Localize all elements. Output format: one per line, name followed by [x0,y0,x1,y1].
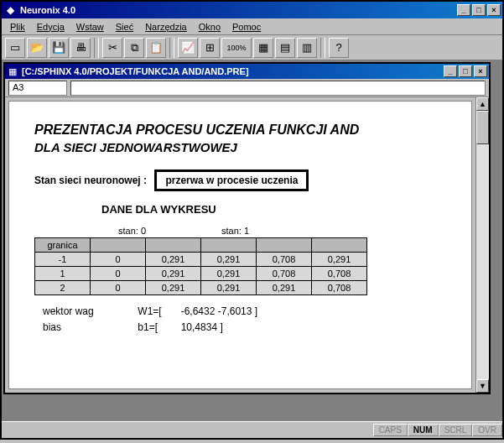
workspace: ▦ [C:/SPHINX 4.0/PROJEKT/FUNKCJA AND/AND… [2,60,502,421]
cell: 0,708 [257,253,312,267]
menu-okno[interactable]: Okno [194,20,226,34]
titlebar: ◆ Neuronix 4.0 _ □ × [2,2,502,18]
cell: 2 [35,281,91,295]
document-titlebar: ▦ [C:/SPHINX 4.0/PROJEKT/FUNKCJA AND/AND… [5,64,489,79]
cell: 0,291 [146,267,201,281]
minimize-button[interactable]: _ [457,4,470,16]
weight-name: W1=[ [138,304,178,320]
toolbar-separator [94,38,99,58]
app-title: Neuronix 4.0 [17,5,457,15]
network-icon[interactable]: ⊞ [200,38,220,58]
table-row: -1 0 0,291 0,291 0,708 0,291 [35,253,367,267]
toolbar-separator [320,38,325,58]
copy-icon[interactable]: ⧉ [124,38,144,58]
toolbar-separator [169,38,174,58]
doc-close-button[interactable]: × [474,65,487,77]
document-icon: ▦ [7,65,18,77]
document-title: [C:/SPHINX 4.0/PROJEKT/FUNKCJA AND/AND.P… [18,66,444,76]
cell: 0,291 [201,281,257,295]
table-header: granica [35,238,91,253]
cell: 0,291 [201,267,257,281]
subheading: DANE DLA WYKRESU [101,203,455,216]
menubar: Plik Edycja Wstaw Sieć Narzędzia Okno Po… [2,18,502,35]
cell: 0,291 [312,253,367,267]
vectors: wektor wag W1=[ -6,6432 -7,6013 ] bias b… [43,304,455,336]
cell: 0,708 [257,267,312,281]
doc-minimize-button[interactable]: _ [444,65,457,77]
paste-icon[interactable]: 📋 [146,38,166,58]
scroll-track[interactable] [476,111,489,379]
cell: 0 [91,253,146,267]
table-header [146,238,201,253]
vertical-scrollbar[interactable]: ▲ ▼ [475,97,489,393]
weight-values: -6,6432 -7,6013 ] [181,305,257,317]
new-icon[interactable]: ▭ [5,38,25,58]
zoom-icon[interactable]: 100% [221,38,252,58]
menu-edycja[interactable]: Edycja [32,20,70,34]
cell: 0,291 [146,253,201,267]
bias-label: bias [43,320,135,336]
document-window: ▦ [C:/SPHINX 4.0/PROJEKT/FUNKCJA AND/AND… [3,62,491,394]
table-row: 2 0 0,291 0,291 0,291 0,708 [35,281,367,295]
grid-icon[interactable]: ▦ [253,38,273,58]
col-label-1: stan: 1 [221,226,249,236]
cell: 0,291 [257,281,312,295]
status-caps: CAPS [373,424,408,436]
menu-wstaw[interactable]: Wstaw [71,20,109,34]
cell: 0,708 [312,281,367,295]
menu-plik[interactable]: Plik [5,20,30,34]
heading-line2: DLA SIECI JEDNOWARSTWOWEJ [34,140,455,154]
cell-reference[interactable]: A3 [8,81,67,96]
table-header [201,238,257,253]
cell: 1 [35,267,91,281]
tool1-icon[interactable]: ▤ [275,38,295,58]
toolbar: ▭ 📂 💾 🖶 ✂ ⧉ 📋 📈 ⊞ 100% ▦ ▤ ▥ ? [2,35,502,60]
maximize-button[interactable]: □ [472,4,486,16]
doc-maximize-button[interactable]: □ [459,65,472,77]
data-table: granica -1 0 0,291 0,291 0,70 [34,237,367,295]
cell: 0 [91,281,146,295]
print-icon[interactable]: 🖶 [70,38,91,58]
table-header [257,238,312,253]
table-header [91,238,146,253]
status-label: Stan sieci neuronowej : [34,175,147,186]
app-icon: ◆ [3,3,17,17]
save-icon[interactable]: 💾 [49,38,69,58]
report-page: PREZENTACJA PROCESU UCZENIA FUNKCJI AND … [8,101,472,389]
chart-icon[interactable]: 📈 [178,38,198,58]
column-labels: stan: 0 stan: 1 [118,226,455,236]
heading-line1: PREZENTACJA PROCESU UCZENIA FUNKCJI AND [34,122,455,138]
menu-narzedzia[interactable]: Narzędzia [140,20,192,34]
menu-pomoc[interactable]: Pomoc [227,20,266,34]
status-value: przerwa w procesie uczenia [154,169,309,191]
cell: 0 [91,267,146,281]
weight-label: wektor wag [43,304,135,320]
bias-values: 10,4834 ] [181,321,223,333]
statusbar: CAPS NUM SCRL OVR [2,421,502,438]
app-window: ◆ Neuronix 4.0 _ □ × Plik Edycja Wstaw S… [0,0,504,440]
status-num: NUM [408,424,439,436]
cut-icon[interactable]: ✂ [102,38,122,58]
formula-input[interactable] [70,81,486,96]
close-button[interactable]: × [487,4,501,16]
cell: -1 [35,253,91,267]
help-icon[interactable]: ? [329,38,349,58]
scroll-thumb[interactable] [476,111,489,144]
table-header [312,238,367,253]
tool2-icon[interactable]: ▥ [297,38,317,58]
scroll-down-icon[interactable]: ▼ [476,379,489,393]
cell: 0,291 [201,253,257,267]
scroll-up-icon[interactable]: ▲ [476,97,489,111]
cell: 0,291 [146,281,201,295]
cell: 0,708 [312,267,367,281]
network-status-row: Stan sieci neuronowej : przerwa w proces… [34,169,455,191]
status-ovr: OVR [472,424,502,436]
table-row: 1 0 0,291 0,291 0,708 0,708 [35,267,367,281]
status-scrl: SCRL [439,424,473,436]
col-label-0: stan: 0 [118,226,146,236]
bias-name: b1=[ [138,320,178,336]
open-icon[interactable]: 📂 [27,38,47,58]
cell-reference-bar: A3 [5,79,489,97]
menu-siec[interactable]: Sieć [111,20,138,34]
